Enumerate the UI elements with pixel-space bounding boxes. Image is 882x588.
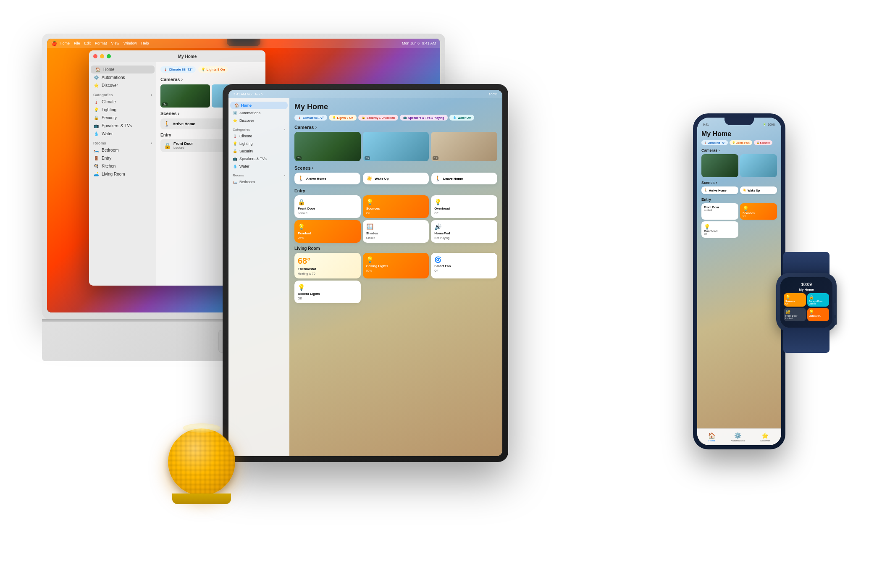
ipad-sidebar-speakers[interactable]: 📺 Speakers & TVs xyxy=(228,155,289,163)
ipad-thermostat-card[interactable]: 68° Thermostat Heating to 70 xyxy=(294,253,361,278)
ipad-scenes-header[interactable]: Scenes › xyxy=(294,165,497,171)
watch-tile-sconces[interactable]: 💡 Sconces On xyxy=(784,293,806,307)
iphone-lights-pill[interactable]: 💡 Lights 9 On xyxy=(730,140,752,145)
mac-cam-1[interactable]: 2s xyxy=(160,84,210,108)
sidebar-section-rooms: Rooms › xyxy=(89,138,156,146)
ipad-ceiling-lights-state: 90% xyxy=(366,269,426,272)
ipad-sconces-card[interactable]: 💡 Sconces On xyxy=(363,195,429,218)
iphone-cam-1[interactable] xyxy=(701,154,738,177)
ipad-battery: 100% xyxy=(489,92,497,96)
sidebar-item-kitchen[interactable]: 🍳 Kitchen xyxy=(89,162,156,170)
ipad-shades-state: Closed xyxy=(366,236,426,239)
ipad-cam-1[interactable]: 2s xyxy=(294,132,361,161)
iphone-climate-pill[interactable]: 🌡️ Climate 68–77° xyxy=(701,140,728,145)
iphone-arrive-home[interactable]: 🚶 Arrive Home xyxy=(701,186,738,194)
iphone-tab-home[interactable]: 🏠 Home xyxy=(708,432,715,442)
menubar-right: Mon Jun 6 9:41 AM xyxy=(402,41,436,45)
ipad-app: 🏠 Home ⚙️ Automations ⭐ Discover Cate xyxy=(228,98,502,456)
iphone-front-door-state: Locked xyxy=(704,209,736,211)
ipad-overhead-icon: 💡 xyxy=(434,199,494,205)
menu-format[interactable]: Format xyxy=(95,41,107,45)
ipad-cam-2[interactable]: 3s xyxy=(363,132,429,161)
ipad-automations-icon: ⚙️ xyxy=(233,111,237,115)
sidebar-item-automations[interactable]: ⚙️ Automations xyxy=(89,74,156,81)
ipad-sidebar-automations[interactable]: ⚙️ Automations xyxy=(228,109,289,117)
ipad-overhead-card[interactable]: 💡 Overhead Off xyxy=(431,195,497,218)
ipad-arrive-home-scene[interactable]: 🚶 Arrive Home xyxy=(294,173,360,184)
ipad-lights-pill[interactable]: 💡 Lights 9 On xyxy=(329,115,357,121)
watch-side-button[interactable] xyxy=(835,318,837,325)
ipad-speakers-pill[interactable]: 📺 Speakers & TVs 1 Playing xyxy=(400,115,448,121)
menu-edit[interactable]: Edit xyxy=(84,41,91,45)
menu-view[interactable]: View xyxy=(111,41,119,45)
ipad-sidebar-security[interactable]: 🔒 Security xyxy=(228,147,289,155)
climate-icon: 🌡️ xyxy=(93,100,99,104)
ipad-front-door-card[interactable]: 🔒 Front Door Locked xyxy=(294,195,361,218)
mac-climate-pill[interactable]: 🌡️ Climate 68–72° xyxy=(160,66,196,73)
sidebar-item-water[interactable]: 💧 Water xyxy=(89,130,156,138)
sidebar-item-bedroom[interactable]: 🛏️ Bedroom xyxy=(89,146,156,154)
watch-digital-crown[interactable] xyxy=(835,303,837,315)
iphone-scenes-header[interactable]: Scenes › xyxy=(701,181,777,185)
ipad-smart-fan-name: Smart Fan xyxy=(434,264,494,268)
iphone-app-content: My Home 🌡️ Climate 68–77° 💡 Lights 9 On … xyxy=(697,127,781,445)
watch-tile-front-door[interactable]: 🔐 Front Door Locked xyxy=(784,308,806,321)
sidebar-item-security[interactable]: 🔒 Security xyxy=(89,114,156,122)
ipad-security-pill[interactable]: 🔒 Security 1 Unlocked xyxy=(358,115,398,121)
iphone-overhead-card[interactable]: 💡 Overhead Off xyxy=(701,221,738,238)
ipad-shades-card[interactable]: 🪟 Shades Closed xyxy=(363,220,429,243)
ipad-security-icon: 🔒 xyxy=(233,149,237,153)
mac-sidebar: 🏠 Home ⚙️ Automations ⭐ Discover xyxy=(89,62,156,286)
menu-home[interactable]: Home xyxy=(60,41,70,45)
iphone-cameras-header[interactable]: Cameras › xyxy=(701,148,777,152)
ipad-water-pill[interactable]: 💧 Water Off xyxy=(449,115,474,121)
menu-file[interactable]: File xyxy=(74,41,80,45)
sidebar-item-climate[interactable]: 🌡️ Climate xyxy=(89,98,156,106)
iphone-sconces-card[interactable]: 💡 Sconces On xyxy=(740,203,777,220)
watch-tile-garage[interactable]: 🔒 Garage Door Closed xyxy=(807,293,830,307)
iphone-entry-title: Entry xyxy=(701,197,777,202)
ipad-ceiling-lights-card[interactable]: 💡 Ceiling Lights 90% xyxy=(363,253,429,278)
mac-cameras-header[interactable]: Cameras › xyxy=(160,77,261,82)
sidebar-item-home[interactable]: 🏠 Home xyxy=(91,66,155,74)
ipad-accent-lights-card[interactable]: 💡 Accent Lights Off xyxy=(294,281,361,303)
ipad-sidebar-climate[interactable]: 🌡️ Climate xyxy=(228,132,289,140)
ipad-leave-home-scene[interactable]: 🚶 Leave Home xyxy=(431,173,497,184)
iphone-tab-automations[interactable]: ⚙️ Automations xyxy=(731,432,745,442)
ipad-sidebar-discover[interactable]: ⭐ Discover xyxy=(228,117,289,124)
iphone-battery: 100% xyxy=(768,123,775,126)
ipad-sidebar-home[interactable]: 🏠 Home xyxy=(230,102,288,109)
automations-icon: ⚙️ xyxy=(93,75,99,80)
ipad-cameras-header[interactable]: Cameras › xyxy=(294,125,497,130)
sidebar-item-entry[interactable]: 🚪 Entry xyxy=(89,154,156,162)
ipad-sidebar-water[interactable]: 💧 Water xyxy=(228,163,289,170)
ipad-homepod-card[interactable]: 🔊 HomePod Not Playing xyxy=(431,220,497,243)
ipad-sidebar-bedroom[interactable]: 🛏️ Bedroom xyxy=(228,178,289,186)
ipad-sidebar-lighting[interactable]: 💡 Lighting xyxy=(228,140,289,147)
ipad-cam-3[interactable]: 1s xyxy=(431,132,497,161)
sidebar-section-categories: Categories › xyxy=(89,89,156,98)
ipad-climate-pill[interactable]: 🌡️ Climate 68–72° xyxy=(294,115,327,121)
ipad-smart-fan-card[interactable]: 🌀 Smart Fan Off xyxy=(431,253,497,278)
traffic-light-fullscreen[interactable] xyxy=(107,54,111,58)
iphone-tab-discover[interactable]: ⭐ Discover xyxy=(760,432,770,442)
menu-window[interactable]: Window xyxy=(123,41,137,45)
iphone-pills: 🌡️ Climate 68–77° 💡 Lights 9 On 🔒 Securi… xyxy=(701,140,777,145)
sidebar-item-discover[interactable]: ⭐ Discover xyxy=(89,81,156,89)
sidebar-item-living-room[interactable]: 🛋️ Living Room xyxy=(89,170,156,178)
ipad-front-door-state: Locked xyxy=(298,212,357,215)
iphone-front-door-card[interactable]: Front Door Locked xyxy=(701,203,738,220)
menu-help[interactable]: Help xyxy=(141,41,149,45)
traffic-light-minimize[interactable] xyxy=(100,54,104,58)
iphone-security-pill[interactable]: 🔒 Security xyxy=(754,140,772,145)
watch-tile-lights[interactable]: 💡 Lights 30A xyxy=(807,308,830,321)
iphone-cam-2[interactable] xyxy=(740,154,777,177)
iphone-wake-up[interactable]: ☀️ Wake Up xyxy=(740,186,777,194)
sidebar-item-speakers[interactable]: 📺 Speakers & TVs xyxy=(89,122,156,130)
ipad-pendant-card[interactable]: 💡 Pendant 25% xyxy=(294,220,361,243)
traffic-light-close[interactable] xyxy=(93,54,97,58)
mac-lights-pill[interactable]: 💡 Lights 9 On xyxy=(198,66,228,73)
sidebar-item-lighting[interactable]: 💡 Lighting xyxy=(89,106,156,114)
ipad-wake-up-scene[interactable]: ☀️ Wake Up xyxy=(363,173,429,184)
watch-garage-state: Closed xyxy=(809,302,828,305)
